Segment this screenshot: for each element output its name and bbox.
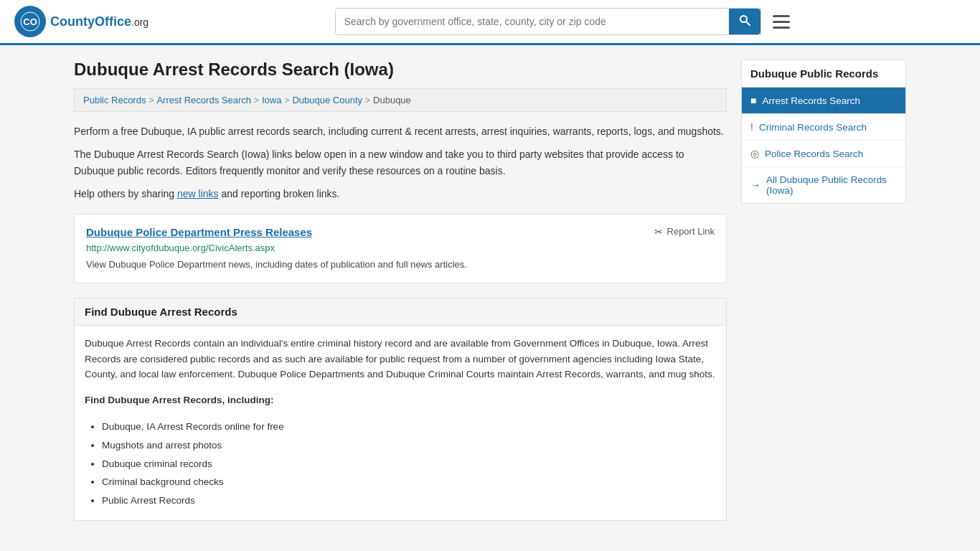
logo-text: CountyOffice.org [50, 14, 149, 29]
main-content: Dubuque Arrest Records Search (Iowa) Pub… [74, 60, 727, 521]
sidebar-item-all-public-records[interactable]: → All Dubuque Public Records (Iowa) [742, 167, 905, 203]
svg-text:CO: CO [23, 17, 37, 27]
list-item: Mugshots and arrest photos [102, 436, 716, 455]
breadcrumb-sep-2: > [254, 95, 259, 105]
list-item: Dubuque, IA Arrest Records online for fr… [102, 418, 716, 436]
breadcrumb-sep-1: > [149, 95, 154, 105]
link-card-description: View Dubuque Police Department news, inc… [86, 258, 715, 272]
breadcrumb-sep-3: > [284, 95, 289, 105]
find-section-body: Dubuque Arrest Records contain an indivi… [75, 326, 726, 520]
target-icon: ◎ [750, 148, 759, 159]
square-icon: ■ [750, 95, 756, 106]
sidebar-item-criminal-records[interactable]: ! Criminal Records Search [742, 114, 905, 141]
list-item: Dubuque criminal records [102, 455, 716, 474]
link-card-url[interactable]: http://www.cityofdubuque.org/CivicAlerts… [86, 242, 715, 253]
description-para-1: Perform a free Dubuque, IA public arrest… [74, 123, 727, 139]
find-section-list-header: Find Dubuque Arrest Records, including: [85, 392, 716, 408]
logo-icon: CO [14, 6, 46, 37]
link-card-url-anchor[interactable]: http://www.cityofdubuque.org/CivicAlerts… [86, 242, 275, 253]
breadcrumb-sep-4: > [365, 95, 370, 105]
find-section-header: Find Dubuque Arrest Records [75, 298, 726, 326]
description-para-2: The Dubuque Arrest Records Search (Iowa)… [74, 146, 727, 179]
exclaim-icon: ! [750, 121, 753, 133]
breadcrumb: Public Records > Arrest Records Search >… [74, 88, 727, 112]
logo[interactable]: CO CountyOffice.org [14, 6, 149, 37]
report-link-button[interactable]: ✂ Report Link [654, 226, 715, 237]
sidebar-item-all-label: All Dubuque Public Records (Iowa) [766, 174, 897, 196]
sidebar-item-arrest-records[interactable]: ■ Arrest Records Search [742, 88, 905, 114]
sidebar-title: Dubuque Public Records [742, 60, 905, 88]
search-wrapper [335, 8, 761, 35]
search-bar [335, 8, 794, 35]
sidebar-item-arrest-label: Arrest Records Search [762, 95, 860, 106]
search-button[interactable] [729, 9, 760, 34]
breadcrumb-public-records[interactable]: Public Records [83, 95, 146, 105]
arrow-icon: → [750, 179, 760, 191]
sidebar-item-police-records[interactable]: ◎ Police Records Search [742, 141, 905, 167]
breadcrumb-arrest-records-search[interactable]: Arrest Records Search [156, 95, 251, 105]
list-item: Criminal background checks [102, 473, 716, 491]
link-card-header: Dubuque Police Department Press Releases… [86, 226, 715, 238]
menu-line-1 [773, 15, 790, 17]
menu-button[interactable] [768, 11, 794, 33]
report-link-label: Report Link [667, 226, 715, 237]
sidebar: Dubuque Public Records ■ Arrest Records … [741, 60, 906, 521]
intro-description: Perform a free Dubuque, IA public arrest… [74, 123, 727, 202]
find-section: Find Dubuque Arrest Records Dubuque Arre… [74, 298, 727, 521]
breadcrumb-dubuque-county[interactable]: Dubuque County [292, 95, 362, 105]
svg-line-3 [746, 22, 750, 25]
sidebar-item-criminal-label: Criminal Records Search [759, 122, 867, 133]
find-list: Dubuque, IA Arrest Records online for fr… [85, 418, 716, 509]
menu-line-2 [773, 21, 790, 23]
description-para-3: Help others by sharing new links and rep… [74, 186, 727, 202]
sidebar-box: Dubuque Public Records ■ Arrest Records … [741, 60, 906, 204]
new-links-link[interactable]: new links [177, 188, 219, 199]
search-input[interactable] [336, 9, 729, 34]
menu-line-3 [773, 27, 790, 29]
sidebar-item-police-label: Police Records Search [765, 149, 863, 159]
page-title: Dubuque Arrest Records Search (Iowa) [74, 60, 727, 80]
link-card-title[interactable]: Dubuque Police Department Press Releases [86, 226, 312, 238]
list-item: Public Arrest Records [102, 491, 716, 510]
find-section-para: Dubuque Arrest Records contain an indivi… [85, 336, 716, 382]
breadcrumb-dubuque: Dubuque [373, 95, 411, 105]
link-card: Dubuque Police Department Press Releases… [74, 214, 727, 284]
report-icon: ✂ [654, 226, 663, 237]
breadcrumb-iowa[interactable]: Iowa [262, 95, 281, 105]
